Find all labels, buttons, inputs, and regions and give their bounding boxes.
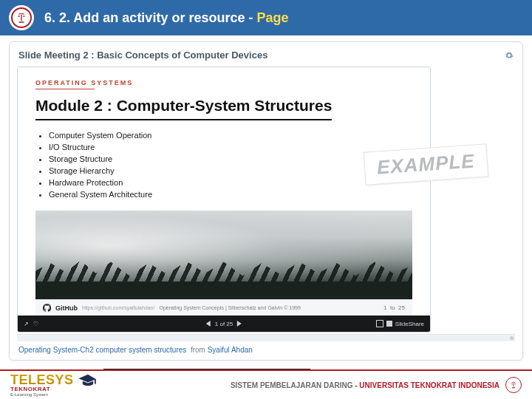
slide-footer-url: https://github.com/syaifulahdan/: [82, 305, 154, 310]
slide-bullet: Hardware Protection: [49, 178, 412, 187]
slide-kicker-rule: [35, 89, 95, 89]
github-icon: [43, 304, 51, 312]
footer-seal-icon: [505, 377, 522, 393]
brand-tagline: E-Learning System: [10, 392, 99, 397]
slide-kicker: OPERATING SYSTEMS: [35, 79, 412, 86]
slide-bullet: General System Architecture: [49, 190, 412, 199]
footer-text-grey: SISTEM PEMBELAJARAN DARING: [231, 381, 353, 389]
card-title: Slide Meeting 2 : Basic Concepts of Comp…: [18, 50, 267, 61]
page-title-text: 6. 2. Add an activity or resource -: [44, 10, 256, 25]
slide-viewer: OPERATING SYSTEMS Module 2 : Computer-Sy…: [17, 66, 431, 332]
brand-subtitle: TEKNOKRAT: [10, 386, 99, 392]
resource-attribution: Operating System-Ch2 computer system str…: [17, 341, 515, 355]
slide-bullet: Storage Hierarchy: [49, 166, 412, 175]
page-title-highlight: Page: [256, 10, 288, 25]
footer-text-red: UNIVERSITAS TEKNOKRAT INDONESIA: [359, 381, 499, 389]
slide-content: OPERATING SYSTEMS Module 2 : Computer-Sy…: [18, 67, 430, 316]
resource-card: Slide Meeting 2 : Basic Concepts of Comp…: [9, 41, 523, 361]
slide-bullet: Computer System Operation: [49, 131, 412, 140]
footer-brand: TELESYS TEKNOKRAT E-Learning System: [10, 373, 99, 397]
github-wordmark: GitHub: [55, 304, 78, 312]
attribution-author[interactable]: Syaiful Ahdan: [208, 346, 253, 354]
slide-bullet: I/O Structure: [49, 143, 412, 151]
slideshare-icon: [386, 321, 392, 327]
slide-footer: GitHub https://github.com/syaifulahdan/ …: [35, 299, 412, 316]
page-to-word: to: [390, 304, 395, 311]
slide-footer-source: Operating System Concepts | Silberschatz…: [159, 305, 300, 310]
prev-slide-button[interactable]: [206, 321, 211, 327]
graduation-cap-icon: [77, 373, 99, 386]
slide-hero-image: [35, 211, 412, 299]
slide-bullet-list: Computer System Operation I/O Structure …: [35, 131, 412, 199]
slide-pager: 1 of 25: [206, 321, 242, 327]
slide-bullet: Storage Structure: [49, 154, 412, 163]
page-title: 6. 2. Add an activity or resource - Page: [44, 10, 288, 26]
slideshare-wordmark: SlideShare: [395, 321, 424, 327]
fullscreen-icon[interactable]: [376, 320, 383, 327]
share-icon[interactable]: ↗: [24, 321, 29, 327]
app-header: 6. 2. Add an activity or resource - Page: [0, 0, 532, 35]
attribution-title[interactable]: Operating System-Ch2 computer system str…: [18, 346, 186, 354]
page-from: 1: [383, 304, 386, 311]
slide-module-title: Module 2 : Computer-System Structures: [35, 97, 332, 120]
footer-text: SISTEM PEMBELAJARAN DARING - UNIVERSITAS…: [231, 377, 522, 393]
slide-footer-pages: 1 to 25: [383, 304, 405, 311]
page-total: 25: [398, 304, 405, 311]
attribution-from: from: [188, 346, 208, 354]
institution-logo: [9, 5, 34, 30]
horizontal-scrollbar[interactable]: [17, 334, 515, 341]
slideshare-toolbar: ↗ ♡ 1 of 25 SlideShare: [18, 316, 430, 332]
slide-counter: 1 of 25: [215, 321, 233, 327]
brand-telesys-wordmark: TELESYS: [10, 373, 74, 386]
gear-icon[interactable]: [505, 51, 514, 60]
like-icon[interactable]: ♡: [33, 321, 38, 327]
balance-scale-icon: [16, 12, 27, 24]
card-header: Slide Meeting 2 : Basic Concepts of Comp…: [17, 47, 515, 66]
page-footer: TELESYS TEKNOKRAT E-Learning System SIST…: [0, 369, 532, 399]
next-slide-button[interactable]: [237, 321, 242, 327]
